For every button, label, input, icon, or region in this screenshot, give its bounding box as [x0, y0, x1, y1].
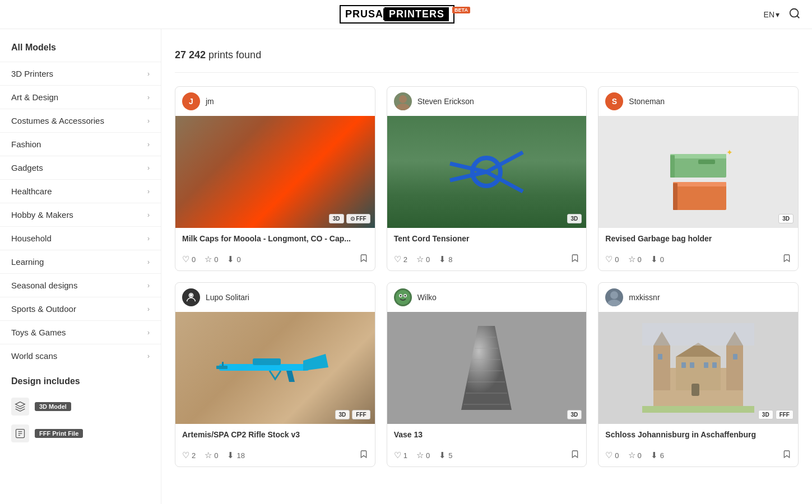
- sidebar-item-world-scans[interactable]: World scans ›: [0, 344, 161, 367]
- svg-point-30: [607, 300, 621, 306]
- bookmark-button[interactable]: [570, 254, 579, 265]
- sidebar-item-fashion[interactable]: Fashion ›: [0, 132, 161, 156]
- sidebar-item-gadgets[interactable]: Gadgets ›: [0, 156, 161, 179]
- card-image[interactable]: 3D FFF: [175, 312, 375, 424]
- like-button[interactable]: ♡ 0: [605, 254, 619, 264]
- heart-icon: ♡: [182, 450, 189, 460]
- sidebar-item-learning[interactable]: Learning ›: [0, 250, 161, 273]
- logo-printers: PRINTERS: [384, 7, 449, 21]
- star-button[interactable]: ☆ 0: [628, 254, 642, 264]
- bookmark-button[interactable]: [359, 450, 368, 461]
- fff-icon: [11, 424, 29, 442]
- card-rifle: Lupo Solitari: [175, 282, 375, 467]
- star-button[interactable]: ☆ 0: [205, 450, 218, 460]
- results-count: 27 242 prints found: [175, 40, 799, 73]
- like-button[interactable]: ♡ 1: [394, 450, 407, 460]
- sidebar-item-toys-games[interactable]: Toys & Games ›: [0, 320, 161, 344]
- language-selector[interactable]: EN ▾: [764, 10, 779, 19]
- like-count: 0: [615, 451, 619, 460]
- download-button[interactable]: ⬇ 0: [651, 254, 664, 264]
- filter-3d-model[interactable]: 3D Model: [0, 393, 161, 420]
- star-button[interactable]: ☆ 0: [205, 254, 218, 264]
- bookmark-button[interactable]: [782, 450, 791, 461]
- svg-rect-44: [692, 384, 699, 396]
- card-actions: ♡ 0 ☆ 0 ⬇ 0: [175, 250, 375, 270]
- bookmark-button[interactable]: [782, 254, 791, 265]
- star-icon: ☆: [628, 254, 635, 264]
- chevron-icon: ›: [147, 94, 150, 101]
- svg-point-29: [610, 291, 618, 299]
- svg-rect-23: [222, 362, 224, 366]
- card-garbage-bag: S Stoneman: [598, 86, 799, 271]
- like-button[interactable]: ♡ 2: [394, 254, 407, 264]
- badge-3d: 3D: [335, 410, 350, 419]
- logo[interactable]: PRUSA PRINTERS BETA: [340, 5, 472, 24]
- sidebar-item-sports-outdoor[interactable]: Sports & Outdoor ›: [0, 297, 161, 320]
- sidebar-item-label: Healthcare: [11, 186, 52, 196]
- svg-point-27: [400, 295, 401, 297]
- star-button[interactable]: ☆ 0: [416, 450, 430, 460]
- card-badges: 3D: [778, 214, 794, 223]
- download-count: 6: [660, 451, 664, 460]
- svg-point-28: [404, 295, 406, 297]
- card-image[interactable]: 3D: [387, 116, 587, 228]
- logo-prusa: PRUSA: [345, 8, 383, 20]
- download-icon: ⬇: [651, 450, 658, 460]
- badge-3d: 3D: [329, 214, 344, 223]
- sidebar-item-label: Gadgets: [11, 163, 43, 172]
- sidebar-item-art-design[interactable]: Art & Design ›: [0, 85, 161, 109]
- like-count: 0: [192, 255, 196, 264]
- card-badges: 3D: [567, 410, 582, 419]
- chevron-icon: ›: [147, 211, 150, 219]
- sidebar-item-healthcare[interactable]: Healthcare ›: [0, 179, 161, 203]
- svg-rect-21: [253, 358, 281, 365]
- filter-fff-print[interactable]: FFF Print File: [0, 420, 161, 447]
- chevron-icon: ›: [147, 258, 150, 266]
- header: PRUSA PRINTERS BETA EN ▾: [0, 0, 812, 29]
- sidebar-item-seasonal-designs[interactable]: Seasonal designs ›: [0, 273, 161, 297]
- sidebar-item-costumes-accessories[interactable]: Costumes & Accessories ›: [0, 109, 161, 132]
- download-button[interactable]: ⬇ 18: [227, 450, 244, 460]
- search-button[interactable]: [788, 7, 801, 22]
- svg-point-3: [399, 95, 407, 103]
- card-title: Schloss Johannisburg in Aschaffenburg: [605, 430, 791, 440]
- card-body: Vase 13: [387, 424, 587, 446]
- svg-rect-45: [642, 406, 754, 413]
- card-actions: ♡ 0 ☆ 0 ⬇ 6: [598, 446, 798, 466]
- sidebar-item-label: Toys & Games: [11, 328, 66, 337]
- badge-fff: FFF: [352, 410, 370, 419]
- like-button[interactable]: ♡ 2: [182, 450, 196, 460]
- bookmark-button[interactable]: [359, 254, 368, 265]
- like-button[interactable]: ♡ 0: [605, 450, 619, 460]
- layout: All Models 3D Printers › Art & Design › …: [0, 29, 812, 504]
- download-button[interactable]: ⬇ 6: [651, 450, 664, 460]
- card-body: Schloss Johannisburg in Aschaffenburg: [598, 424, 798, 446]
- download-button[interactable]: ⬇ 8: [439, 254, 452, 264]
- sidebar-item-3d-printers[interactable]: 3D Printers ›: [0, 62, 161, 85]
- card-badges: 3D FFF: [335, 410, 370, 419]
- card-image[interactable]: ✦ 3D: [598, 116, 798, 228]
- author-name: mxkissnr: [629, 293, 660, 302]
- avatar: S: [605, 92, 623, 110]
- svg-rect-38: [658, 354, 662, 360]
- sidebar-item-label: Household: [11, 234, 52, 243]
- card-image[interactable]: 3D: [387, 312, 587, 424]
- star-button[interactable]: ☆ 0: [416, 254, 430, 264]
- svg-point-24: [396, 290, 410, 305]
- star-button[interactable]: ☆ 0: [628, 450, 642, 460]
- sidebar-item-hobby-makers[interactable]: Hobby & Makers ›: [0, 203, 161, 226]
- chevron-icon: ›: [147, 164, 150, 172]
- card-image[interactable]: 3D ⊙ FFF: [175, 116, 375, 228]
- download-button[interactable]: ⬇ 5: [439, 450, 452, 460]
- card-actions: ♡ 0 ☆ 0 ⬇ 0: [598, 250, 798, 270]
- avatar: [182, 288, 200, 306]
- bookmark-button[interactable]: [570, 450, 579, 461]
- avatar: J: [182, 92, 200, 110]
- download-button[interactable]: ⬇ 0: [227, 254, 240, 264]
- header-right: EN ▾: [764, 7, 801, 22]
- card-image[interactable]: 3D FFF: [598, 312, 798, 424]
- sidebar-item-household[interactable]: Household ›: [0, 226, 161, 250]
- like-button[interactable]: ♡ 0: [182, 254, 196, 264]
- star-count: 0: [426, 255, 430, 264]
- svg-rect-16: [673, 183, 678, 210]
